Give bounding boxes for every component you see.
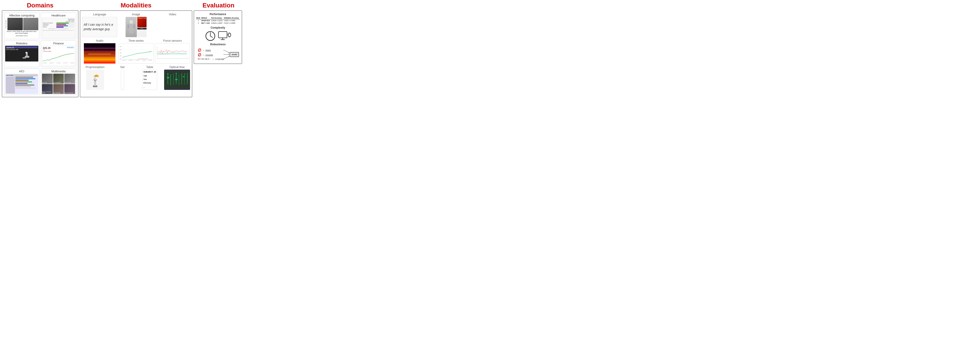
affective-quote: And he I don't think he got mad when hah… [5,31,38,35]
robotics-episode: Episode 100 [6,46,38,48]
hc-bar-3 [56,25,68,26]
svg-point-5 [129,20,134,24]
finance-card: Finance 225.19 USD -2.16 (0.75%) ↓ NYSE:… [41,41,76,67]
multimedia-cell-1: AIRGLING [42,74,53,84]
image-thumbs-col: Column Trap ▶ App [137,17,146,37]
timeseries-box: 240 220 200 180 160 [119,43,154,64]
hc-legend: ■ Extracted to patients ■ Extracted to v… [43,30,74,31]
finance-ticker: NYSE: MCD [67,47,74,48]
finance-price: 225.19 [43,47,52,49]
svg-rect-15 [84,56,115,57]
image-thumb-2-label: Column Trap [138,17,146,19]
force-sensors-card: Force sensors [155,39,190,64]
svg-text:200: 200 [120,52,121,54]
hc-label-glucose: Glucose [43,27,56,28]
col-rank: Rank [196,17,201,19]
acoustic-label: Acoustic [205,54,213,56]
multimedia-card: Multimedia AIRGLING AIR DRUMMING APPLAUD… [41,68,76,95]
arrow-language: → [212,58,214,60]
perf-method-1: SAGN+SLE [201,19,211,22]
affective-card: Affective computing Gaze aversion And he… [4,13,40,39]
multimedia-label-1: AIRGLING [42,82,47,83]
healthcare-chart-labels: Mortality FlagLength of StayDischarge Lo… [43,19,74,22]
hc-row-4: Glucose [43,27,74,28]
modalities-row-1: Language All I can say is he's a pretty … [82,13,190,37]
audio-title: Audio [96,39,103,42]
table-box: SUBJECT_ID Age Sex Ethnicity ... [142,70,157,90]
domains-panel: Affective computing Gaze aversion And he… [2,10,78,97]
hc-label-heartrate: Heart Rate [43,25,56,26]
svg-rect-8 [133,24,135,29]
svg-line-61 [210,36,213,37]
modalities-row-3: Proprioception [82,65,190,90]
force-sensors-title: Force sensors [163,39,182,42]
optical-flow-svg [164,70,190,90]
multimedia-grid: AIRGLING AIR DRUMMING APPLAUDING BIKING … [42,74,75,94]
hc-label-mvent: Mechanical Ventilation [43,22,56,24]
language-box: All I can say is he's a pretty average g… [82,17,117,37]
audio-box [84,43,115,64]
optical-flow-card: Optical flow [164,65,190,90]
multimedia-cell-6: BRUSH PAINTING [64,84,75,94]
timeseries-svg: 240 220 200 180 160 [120,44,153,61]
finance-title: Finance [42,42,75,45]
perf-row-1: 1 SAGN+SLE 0.8428 ± 0.0014 0.9287 ± 0.00… [196,19,240,22]
empty-set-vision: ∅ [198,48,201,52]
gaze-aversion-label: Gaze aversion [5,20,6,29]
svg-text:220: 220 [120,49,121,51]
image-title: Image [132,13,140,16]
hci-bar-6 [15,84,34,86]
svg-rect-2 [22,57,26,59]
svg-text:Aug 2020: Aug 2020 [129,60,132,61]
perf-method-2: MLP + C&S [201,22,211,24]
hci-browser-bar: Login to Page [6,74,38,76]
perf-rank-1: 1 [196,19,201,22]
hci-bar-3 [15,80,29,81]
multimedia-label-5: BOOKBINDING [53,92,60,94]
evaluation-panel: Performance Rank Method Test Accuracy Va… [194,10,242,64]
perf-test-1: 0.8428 ± 0.0014 [210,19,223,22]
force-sensors-svg [156,44,189,61]
multimedia-title: Multimedia [42,70,75,73]
svg-line-78 [223,56,229,59]
multimedia-label-3: APPLAUDING [64,82,71,83]
table-row-sex: Sex [143,78,156,81]
robotics-success-rate: 21% success rate [6,49,38,50]
robotics-image: Episode 100 21% success rate [5,46,38,62]
multimedia-cell-4: BIKING THROUGH SNOW [42,84,53,94]
robotics-card: Robotics Episode 100 21% success rate [4,41,40,67]
robustness-language-row: All I can say is… → Language [198,58,238,60]
multimedia-label-4: BIKING THROUGH SNOW [42,92,52,94]
svg-text:180: 180 [120,56,121,57]
optical-box [164,70,190,90]
empty-set-acoustic: ∅ [198,53,201,57]
table-subject-id: SUBJECT_ID [143,71,156,73]
svg-point-3 [25,52,27,54]
hci-content [6,76,38,94]
computer-icon [218,31,231,41]
robustness-title: Robustness [196,43,240,46]
hc-bar-bg-3 [56,25,74,26]
healthcare-chart: Mortality FlagLength of StayDischarge Lo… [42,18,75,38]
col-validation: Validation Accuracy [223,17,240,19]
table-row-age: Age [143,74,156,78]
svg-text:240: 240 [120,46,121,47]
hci-bar-4 [15,81,32,83]
hc-bar-1 [56,22,69,24]
proprioception-svg [86,71,104,89]
affective-inner: Gaze aversion And he I don't think he go… [5,18,38,37]
svg-rect-6 [129,24,134,30]
svg-text:325.19 USD Mar 30, 2021: 325.19 USD Mar 30, 2021 [138,58,148,59]
vision-label: Vision [205,49,211,51]
svg-text:Oct 2020: Oct 2020 [136,60,139,61]
arrows-to-model-svg [223,48,230,60]
hc-footer: Hospital Admission Time | Hospital Disch… [43,28,74,29]
image-card: Image [119,13,154,37]
set-box [121,70,124,90]
robot-figure-svg [126,19,137,35]
domains-grid: Affective computing Gaze aversion And he… [4,13,76,95]
table-card: Table SUBJECT_ID Age Sex Ethnicity ... [137,65,163,90]
proprioception-card: Proprioception [82,65,108,90]
modalities-title: Modalities [80,2,192,9]
clock-icon [205,31,216,41]
